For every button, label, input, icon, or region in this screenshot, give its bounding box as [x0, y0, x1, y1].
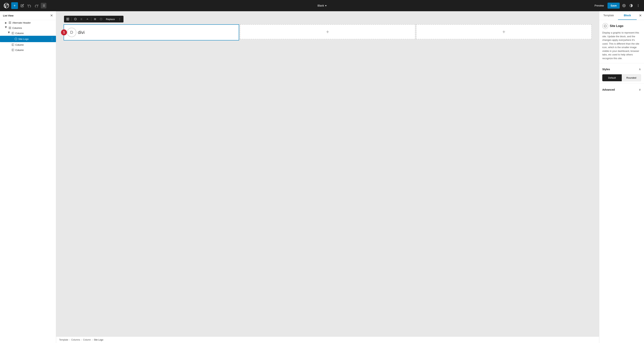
move-up-down-button[interactable]: [85, 17, 90, 22]
right-panel-header: Template Block ✕: [599, 11, 644, 20]
list-icon: [42, 4, 45, 7]
sidebar-item-label: Column: [15, 44, 24, 46]
preview-button[interactable]: Preview: [592, 3, 606, 8]
site-logo-content: D divi: [67, 28, 121, 37]
column-2-inner[interactable]: +: [240, 24, 415, 39]
styles-row: Default Rounded: [602, 74, 641, 81]
width-button[interactable]: [98, 17, 104, 22]
column-3-block[interactable]: +: [416, 24, 592, 41]
editor-title[interactable]: Blank ▾: [318, 4, 326, 7]
title-dropdown-icon: ▾: [325, 4, 326, 7]
add-block-button[interactable]: +: [11, 2, 18, 9]
save-button[interactable]: Save: [608, 3, 620, 9]
sidebar-item-column-3[interactable]: Column: [0, 47, 56, 53]
settings-button[interactable]: [621, 3, 627, 9]
breadcrumb-sep-1: ›: [70, 338, 70, 341]
sidebar-close-button[interactable]: ✕: [50, 14, 53, 18]
toggle-block-button[interactable]: [65, 17, 70, 22]
style-default-button[interactable]: Default: [602, 74, 622, 81]
sidebar: List View ✕ ▶ Alternate Header ▶ Columns…: [0, 11, 56, 343]
contrast-icon: [630, 4, 633, 7]
redo-button[interactable]: [34, 3, 39, 9]
svg-point-30: [81, 20, 81, 20]
logo-circle: D: [67, 28, 76, 37]
tab-block[interactable]: Block: [618, 11, 637, 20]
expand-placeholder: [10, 38, 14, 41]
gear-icon: [622, 4, 626, 7]
undo-button[interactable]: [26, 3, 32, 9]
column-icon: [12, 49, 14, 51]
list-view-button[interactable]: [41, 3, 46, 9]
svg-rect-23: [68, 18, 69, 20]
breadcrumb-column[interactable]: Column: [83, 338, 91, 341]
svg-rect-12: [10, 22, 11, 24]
panel-close-button[interactable]: ✕: [637, 12, 644, 19]
sidebar-item-label: Column: [15, 32, 24, 35]
more-options-btn[interactable]: ⋮: [117, 17, 122, 22]
sidebar-item-alternate-header[interactable]: ▶ Alternate Header: [0, 20, 56, 25]
advanced-section: Advanced ∨: [602, 86, 641, 93]
sidebar-header: List View ✕: [0, 11, 56, 20]
svg-rect-22: [66, 18, 68, 20]
block-minus-button[interactable]: [73, 17, 78, 22]
svg-point-27: [82, 18, 82, 19]
sidebar-item-column-2[interactable]: Column: [0, 42, 56, 47]
panel-divider-1: [599, 63, 644, 63]
advanced-section-title: Advanced: [602, 88, 615, 91]
logo-text: divi: [78, 30, 84, 35]
undo-icon: [28, 4, 31, 7]
advanced-section-header[interactable]: Advanced ∨: [602, 86, 641, 93]
toolbar-right: Preview Save: [592, 3, 641, 9]
panel-block-title: Site Logo: [602, 23, 641, 29]
drag-handle[interactable]: [79, 17, 84, 22]
site-logo-panel-icon: [604, 25, 607, 28]
edit-button[interactable]: [20, 3, 25, 9]
align-icon: [94, 18, 96, 21]
tab-template[interactable]: Template: [599, 11, 618, 20]
sidebar-item-site-logo[interactable]: Site Logo ⋮: [0, 36, 56, 42]
panel-block-name: Site Logo: [610, 24, 624, 28]
panel-divider-2: [599, 84, 644, 84]
panel-description: Display a graphic to represent this site…: [602, 31, 641, 60]
svg-point-6: [624, 5, 624, 6]
style-rounded-button[interactable]: Rounded: [622, 74, 641, 81]
svg-point-17: [15, 38, 17, 40]
column-3-inner[interactable]: +: [416, 24, 592, 39]
wp-logo-icon: [4, 3, 9, 8]
circle-dashed-icon: [100, 18, 102, 21]
expand-icon: ▶: [4, 21, 8, 24]
sidebar-item-columns[interactable]: ▶ Columns: [0, 25, 56, 31]
breadcrumb-template[interactable]: Template: [59, 338, 68, 341]
more-options-button[interactable]: [636, 3, 641, 9]
svg-point-29: [82, 19, 82, 19]
sidebar-item-label: Alternate Header: [12, 21, 31, 24]
breadcrumb-sep-3: ›: [92, 338, 92, 341]
breadcrumb-columns[interactable]: Columns: [71, 338, 80, 341]
drag-icon: [80, 18, 83, 21]
site-logo-selected[interactable]: 1: [64, 24, 239, 41]
toolbar-divider: [91, 18, 91, 21]
svg-point-8: [638, 5, 638, 5]
styles-section-header[interactable]: Styles ∧: [602, 66, 641, 73]
item-options-button[interactable]: ⋮: [50, 37, 54, 41]
pencil-icon: [20, 4, 24, 7]
breadcrumb-current: Site Logo: [94, 338, 103, 341]
canvas: 1: [56, 11, 599, 343]
block-toolbar: Replace ⋮: [64, 16, 124, 23]
sidebar-title: List View: [3, 14, 14, 17]
svg-point-9: [638, 6, 638, 6]
canvas-area: 1: [56, 11, 599, 336]
main-area: List View ✕ ▶ Alternate Header ▶ Columns…: [0, 11, 644, 343]
expand-placeholder: [8, 49, 10, 52]
arrows-icon: [86, 18, 89, 21]
sidebar-item-column-1[interactable]: ▶ Column: [0, 31, 56, 36]
column-2-block[interactable]: +: [240, 24, 415, 41]
svg-rect-11: [9, 22, 10, 24]
minus-icon: [74, 18, 77, 21]
align-button[interactable]: [92, 17, 98, 22]
svg-rect-20: [12, 49, 14, 51]
replace-button[interactable]: Replace: [104, 17, 116, 22]
dark-mode-button[interactable]: [628, 3, 634, 9]
expand-icon: ▶: [4, 27, 8, 29]
panel-block-icon: [602, 23, 608, 29]
